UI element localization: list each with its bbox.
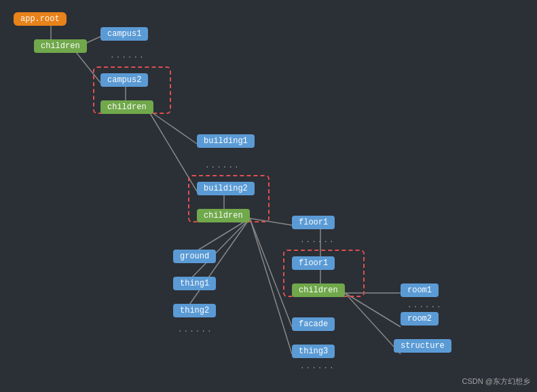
node-children3: children bbox=[197, 209, 250, 222]
node-campus1: campus1 bbox=[100, 27, 148, 41]
node-campus2: campus2 bbox=[100, 73, 148, 87]
node-room1: room1 bbox=[401, 283, 439, 297]
node-children1: children bbox=[34, 39, 87, 53]
node-thing2: thing2 bbox=[173, 304, 216, 317]
svg-line-17 bbox=[250, 218, 292, 354]
node-building2: building2 bbox=[197, 182, 255, 195]
dots-5: ...... bbox=[300, 362, 335, 370]
node-children4: children bbox=[292, 283, 345, 297]
diagram-canvas: app.root children campus1 campus2 childr… bbox=[0, 0, 537, 392]
node-thing3: thing3 bbox=[292, 345, 335, 358]
svg-line-16 bbox=[250, 218, 292, 327]
svg-line-7 bbox=[250, 218, 292, 225]
node-ground: ground bbox=[173, 250, 216, 263]
svg-line-13 bbox=[345, 293, 401, 327]
node-room2: room2 bbox=[401, 312, 439, 326]
svg-line-2 bbox=[73, 49, 100, 83]
connector-lines bbox=[0, 0, 537, 392]
svg-line-4 bbox=[148, 110, 197, 144]
node-children2: children bbox=[100, 100, 153, 114]
node-structure: structure bbox=[394, 339, 451, 353]
node-floor1a: floor1 bbox=[292, 216, 335, 229]
watermark: CSDN @东方幻想乡 bbox=[462, 376, 530, 387]
node-app-root: app.root bbox=[14, 12, 67, 26]
node-building1: building1 bbox=[197, 134, 255, 148]
svg-line-5 bbox=[148, 110, 197, 191]
dots-1: ...... bbox=[110, 52, 145, 60]
svg-line-14 bbox=[345, 293, 401, 354]
node-floor1b: floor1 bbox=[292, 256, 335, 270]
node-thing1: thing1 bbox=[173, 277, 216, 290]
node-facade: facade bbox=[292, 317, 335, 331]
svg-line-10 bbox=[183, 218, 250, 313]
dots-6: ...... bbox=[407, 301, 443, 309]
dots-3: ...... bbox=[300, 236, 335, 244]
dots-4: ...... bbox=[178, 326, 213, 334]
dots-2: ...... bbox=[205, 161, 240, 170]
